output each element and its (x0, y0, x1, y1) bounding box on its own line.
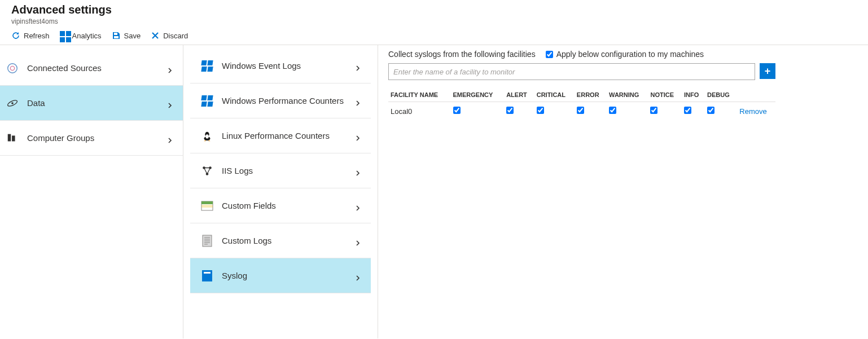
svg-rect-14 (201, 205, 213, 208)
data-icon (6, 96, 19, 110)
col-emergency: EMERGENCY (451, 88, 505, 102)
nav-linux-perf-counters[interactable]: Linux Performance Counters (190, 118, 371, 153)
svg-point-0 (8, 63, 17, 73)
syslog-heading: Collect syslogs from the following facil… (388, 50, 536, 59)
col-debug: DEBUG (705, 88, 737, 102)
col-alert: ALERT (504, 88, 534, 102)
nav-computer-groups-label: Computer Groups (27, 133, 94, 143)
facility-name-cell: Local0 (388, 102, 451, 121)
chevron-right-icon (355, 98, 361, 104)
analytics-label: Analytics (72, 32, 102, 40)
svg-point-8 (205, 134, 209, 138)
nav-windows-event-logs-label: Windows Event Logs (222, 61, 301, 71)
add-facility-button[interactable]: + (760, 63, 775, 79)
iis-icon (200, 164, 214, 178)
discard-label: Discard (163, 32, 188, 40)
notice-checkbox[interactable] (650, 107, 657, 114)
save-label: Save (124, 32, 141, 40)
nav-secondary: Windows Event Logs Windows Performance C… (183, 45, 378, 338)
toolbar: Refresh Analytics Save Discard (0, 28, 868, 45)
nav-primary: Connected Sources Data Computer Groups (0, 45, 183, 338)
syslog-icon (200, 269, 214, 283)
nav-data-label: Data (27, 98, 45, 108)
col-critical: CRITICAL (534, 88, 575, 102)
chevron-right-icon (355, 168, 361, 174)
warning-checkbox[interactable] (609, 107, 616, 114)
nav-custom-fields-label: Custom Fields (222, 201, 276, 210)
col-facility: FACILITY NAME (388, 88, 451, 102)
plus-icon: + (765, 65, 771, 77)
nav-windows-event-logs[interactable]: Windows Event Logs (190, 49, 371, 83)
critical-checkbox[interactable] (537, 107, 544, 114)
apply-config-checkbox-row[interactable]: Apply below configuration to my machines (546, 50, 704, 59)
content-columns: Connected Sources Data Computer Groups (0, 45, 868, 338)
windows-icon (200, 59, 214, 73)
workspace-name: vipinsftest4oms (11, 17, 857, 25)
facility-name-input[interactable] (388, 63, 755, 80)
syslog-panel: Collect syslogs from the following facil… (378, 45, 784, 338)
windows-icon (200, 94, 214, 108)
nav-iis-logs-label: IIS Logs (222, 166, 253, 175)
alert-checkbox[interactable] (506, 107, 514, 114)
chevron-right-icon (167, 65, 173, 71)
nav-data[interactable]: Data (0, 86, 183, 121)
chevron-right-icon (355, 63, 361, 69)
linux-icon (200, 129, 214, 143)
save-icon (112, 31, 121, 40)
save-button[interactable]: Save (112, 31, 141, 40)
nav-custom-logs-label: Custom Logs (222, 236, 271, 245)
computer-groups-icon (6, 131, 19, 145)
refresh-icon (11, 31, 20, 40)
facility-table: FACILITY NAME EMERGENCY ALERT CRITICAL E… (388, 88, 775, 120)
debug-checkbox[interactable] (707, 107, 714, 114)
chevron-right-icon (355, 203, 361, 209)
page-title: Advanced settings (11, 3, 857, 16)
nav-connected-sources-label: Connected Sources (27, 63, 102, 73)
discard-icon (151, 31, 160, 40)
chevron-right-icon (355, 133, 361, 139)
col-notice: NOTICE (648, 88, 681, 102)
refresh-button[interactable]: Refresh (11, 31, 50, 40)
error-checkbox[interactable] (577, 107, 584, 114)
nav-custom-fields[interactable]: Custom Fields (190, 188, 371, 223)
custom-logs-icon (200, 234, 214, 248)
chevron-right-icon (355, 273, 361, 279)
chevron-right-icon (355, 238, 361, 244)
apply-config-label: Apply below configuration to my machines (556, 50, 704, 59)
nav-custom-logs[interactable]: Custom Logs (190, 223, 371, 258)
page-header: Advanced settings vipinsftest4oms (0, 0, 868, 28)
svg-point-3 (11, 102, 14, 104)
analytics-icon (60, 31, 69, 40)
nav-computer-groups[interactable]: Computer Groups (0, 121, 183, 156)
nav-linux-perf-label: Linux Performance Counters (222, 131, 330, 140)
emergency-checkbox[interactable] (453, 107, 461, 114)
apply-config-checkbox[interactable] (546, 51, 553, 58)
svg-point-1 (10, 66, 14, 70)
nav-connected-sources[interactable]: Connected Sources (0, 51, 183, 86)
nav-windows-perf-label: Windows Performance Counters (222, 96, 344, 105)
svg-rect-13 (201, 201, 213, 204)
table-row: Local0 Remove (388, 102, 775, 121)
analytics-button[interactable]: Analytics (60, 31, 102, 40)
col-error: ERROR (575, 88, 607, 102)
nav-windows-perf-counters[interactable]: Windows Performance Counters (190, 83, 371, 118)
nav-syslog[interactable]: Syslog (190, 258, 371, 293)
nav-syslog-label: Syslog (222, 271, 247, 280)
col-info: INFO (682, 88, 705, 102)
info-checkbox[interactable] (684, 107, 691, 114)
refresh-label: Refresh (24, 32, 50, 40)
connected-sources-icon (6, 61, 19, 75)
custom-fields-icon (200, 199, 214, 213)
svg-rect-5 (12, 135, 15, 141)
chevron-right-icon (167, 135, 173, 141)
chevron-right-icon (167, 100, 173, 106)
remove-facility-link[interactable]: Remove (739, 107, 766, 116)
col-warning: WARNING (607, 88, 648, 102)
nav-iis-logs[interactable]: IIS Logs (190, 153, 371, 188)
svg-rect-4 (8, 134, 11, 141)
svg-rect-17 (204, 272, 211, 274)
discard-button[interactable]: Discard (151, 31, 188, 40)
